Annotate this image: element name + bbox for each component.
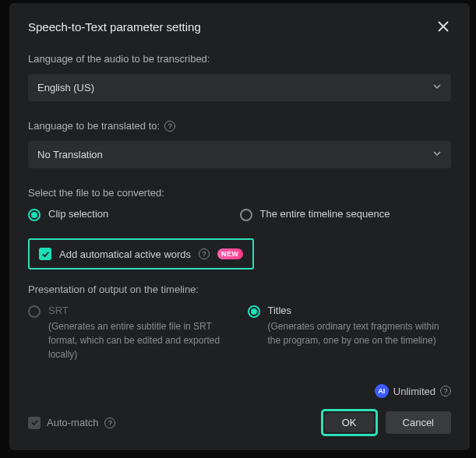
translate-language-select[interactable]: No Translation <box>28 141 451 168</box>
active-words-option: Add automatical active words ? NEW <box>28 238 254 270</box>
help-icon[interactable]: ? <box>199 248 210 259</box>
chevron-down-icon <box>432 82 442 93</box>
auto-match-label[interactable]: Auto-match <box>47 417 98 428</box>
new-badge: NEW <box>217 248 243 259</box>
check-icon <box>41 250 50 259</box>
radio-srt-desc: (Generates an entire subtitle file in SR… <box>48 319 232 361</box>
dialog-header: Speech-to-Text parameter setting <box>28 19 451 34</box>
active-words-label[interactable]: Add automatical active words <box>59 248 191 260</box>
stt-settings-dialog: Speech-to-Text parameter setting Languag… <box>9 3 470 450</box>
ai-badge-icon: AI <box>375 384 389 398</box>
radio-titles-label[interactable]: Titles <box>268 305 452 316</box>
close-icon <box>438 21 449 32</box>
audio-language-select[interactable]: English (US) <box>28 74 451 101</box>
radio-srt <box>28 305 41 318</box>
radio-entire-timeline[interactable] <box>240 209 252 221</box>
file-select-row: Clip selection The entire timeline seque… <box>28 208 451 221</box>
file-select-label: Select the file to be converted: <box>28 187 451 199</box>
cancel-button[interactable]: Cancel <box>386 411 451 434</box>
audio-language-label: Language of the audio to be transcribed: <box>28 53 451 65</box>
radio-srt-label: SRT <box>48 305 232 316</box>
translate-language-label: Language to be translated to: ? <box>28 120 451 132</box>
dialog-title: Speech-to-Text parameter setting <box>28 20 201 33</box>
radio-clip-selection-label[interactable]: Clip selection <box>48 208 108 220</box>
help-icon[interactable]: ? <box>104 417 115 428</box>
translate-language-value: No Translation <box>37 149 103 160</box>
active-words-checkbox[interactable] <box>39 248 51 260</box>
ok-button[interactable]: OK <box>325 413 374 432</box>
presentation-row: SRT (Generates an entire subtitle file i… <box>28 305 451 361</box>
radio-entire-timeline-label[interactable]: The entire timeline sequence <box>260 208 390 220</box>
radio-titles[interactable] <box>248 305 260 318</box>
audio-language-value: English (US) <box>37 82 94 93</box>
auto-match-checkbox[interactable] <box>28 417 41 429</box>
close-button[interactable] <box>435 19 451 34</box>
radio-titles-desc: (Generates ordinary text fragments withi… <box>268 319 452 347</box>
dialog-footer: AI Unlimited ? Auto-match ? OK Cancel <box>28 368 451 436</box>
unlimited-label: Unlimited <box>393 386 435 397</box>
help-icon[interactable]: ? <box>164 121 175 132</box>
presentation-label: Presentation of output on the timeline: <box>28 284 451 295</box>
help-icon[interactable]: ? <box>440 386 451 396</box>
chevron-down-icon <box>432 149 442 160</box>
auto-match-option: Auto-match ? <box>28 417 115 429</box>
radio-clip-selection[interactable] <box>28 209 41 221</box>
ok-highlight: OK <box>321 409 378 436</box>
check-icon <box>30 418 39 427</box>
